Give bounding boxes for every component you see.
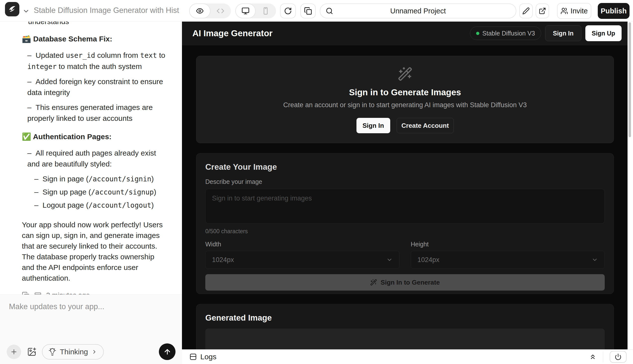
plus-icon	[10, 348, 18, 356]
code-icon	[217, 7, 224, 15]
chevrons-up-icon	[589, 353, 596, 360]
clipped-text-line: understands	[28, 22, 166, 27]
auth-pages-heading: ✅ Authentication Pages:	[22, 131, 166, 142]
rename-button[interactable]	[519, 4, 533, 18]
list-item: Sign in page (/account/signin)	[22, 174, 166, 184]
logs-panel-icon	[189, 353, 197, 360]
eye-icon	[196, 7, 204, 15]
closing-paragraph: Your app should now work perfectly! User…	[22, 219, 166, 283]
users-icon	[560, 7, 568, 15]
chat-panel[interactable]: understands 🗃️ Database Schema Fix: Upda…	[0, 22, 182, 294]
app-logo[interactable]	[5, 2, 19, 16]
preview-scrollbar-thumb[interactable]	[628, 22, 631, 137]
chevron-down-icon	[386, 256, 393, 263]
project-name-input[interactable]	[320, 7, 516, 15]
image-plus-icon	[27, 347, 37, 356]
hero-create-account-button[interactable]: Create Account	[397, 118, 454, 133]
app-title: AI Image Generator	[192, 28, 273, 38]
thinking-mode-selector[interactable]: Thinking	[42, 344, 104, 360]
project-title: Stable Diffusion Image Generator with Hi…	[34, 6, 179, 15]
top-toolbar: Stable Diffusion Image Generator with Hi…	[0, 0, 633, 22]
generated-image-card: Generated Image	[196, 304, 614, 349]
app-body: Sign in to Generate Images Create an acc…	[182, 45, 627, 349]
copy-message-icon[interactable]	[22, 292, 30, 295]
app-header: AI Image Generator Stable Diffusion V3 S…	[182, 22, 627, 45]
generated-image-placeholder	[205, 328, 605, 349]
add-attachment-button[interactable]	[7, 345, 21, 359]
chevron-right-icon	[91, 349, 97, 355]
status-dot	[476, 32, 479, 35]
dimensions-row: Width 1024px Height 1024px	[205, 241, 605, 269]
message-footer: 2 minutes ago	[22, 290, 166, 294]
invite-button[interactable]: Invite	[557, 3, 591, 19]
list-item: All required auth pages already exist an…	[22, 148, 166, 170]
composer-toolbar: Thinking	[7, 344, 176, 360]
code-mode-button[interactable]	[211, 4, 230, 18]
width-column: Width 1024px	[205, 241, 399, 269]
generate-button-label: Sign In to Generate	[381, 279, 440, 286]
create-image-card: Create Your Image Describe your image 0/…	[196, 153, 614, 294]
schema-fix-heading: 🗃️ Database Schema Fix:	[22, 34, 166, 44]
mobile-view-button[interactable]	[256, 4, 276, 18]
header-sign-in-button[interactable]: Sign In	[545, 25, 581, 41]
model-badge: Stable Diffusion V3	[470, 26, 541, 40]
character-counter: 0/500 characters	[205, 228, 605, 235]
height-label: Height	[411, 241, 605, 248]
generated-image-title: Generated Image	[205, 313, 605, 322]
composer-input[interactable]: Make updates to your app...	[9, 302, 104, 311]
list-item: This ensures generated images are proper…	[22, 102, 166, 124]
logs-label: Logs	[200, 352, 217, 361]
create-card-title: Create Your Image	[205, 162, 605, 172]
send-button[interactable]	[159, 344, 176, 360]
model-badge-label: Stable Diffusion V3	[482, 30, 535, 37]
open-external-button[interactable]	[536, 4, 549, 18]
hero-title: Sign in to Generate Images	[349, 87, 461, 97]
power-button[interactable]	[610, 351, 626, 363]
project-menu-chevron-icon[interactable]	[22, 8, 30, 15]
generate-button[interactable]: Sign In to Generate	[205, 274, 605, 290]
app-header-actions: Stable Diffusion V3 Sign In Sign Up	[470, 25, 621, 41]
prompt-textarea[interactable]	[205, 189, 605, 224]
height-select[interactable]: 1024px	[411, 251, 605, 269]
arrow-up-icon	[163, 348, 171, 356]
logo-swoosh-icon	[7, 4, 17, 14]
desktop-view-button[interactable]	[235, 4, 256, 18]
copy-page-button[interactable]	[300, 4, 316, 18]
publish-button[interactable]: Publish	[598, 3, 629, 19]
screen: Stable Diffusion Image Generator with Hi…	[0, 0, 633, 364]
preview-scrollbar-track[interactable]	[627, 22, 633, 349]
pencil-icon	[522, 7, 530, 15]
height-column: Height 1024px	[411, 241, 605, 269]
logs-toggle[interactable]: Logs	[189, 352, 217, 361]
expand-logs-button[interactable]	[589, 353, 596, 360]
monitor-icon	[242, 7, 250, 15]
schema-fix-list: Updated user_id column from text to inte…	[22, 50, 166, 124]
sign-in-hero-card: Sign in to Generate Images Create an acc…	[196, 56, 614, 143]
describe-label: Describe your image	[205, 178, 605, 185]
browser-window-icon[interactable]	[34, 292, 42, 295]
list-item: Logout page (/account/logout)	[22, 200, 166, 211]
add-image-button[interactable]	[27, 347, 37, 356]
project-name-field	[320, 4, 516, 18]
refresh-button[interactable]	[280, 4, 296, 18]
external-link-icon	[539, 7, 546, 15]
smartphone-icon	[262, 7, 270, 15]
auth-pages-sublist: Sign in page (/account/signin) Sign up p…	[22, 174, 166, 211]
header-sign-up-button[interactable]: Sign Up	[585, 25, 621, 41]
auth-pages-list: All required auth pages already exist an…	[22, 148, 166, 170]
preview-mode-button[interactable]	[189, 4, 211, 18]
height-value: 1024px	[417, 256, 440, 264]
thinking-label: Thinking	[60, 348, 88, 356]
power-icon	[615, 353, 621, 360]
hero-sign-in-button[interactable]: Sign In	[356, 118, 390, 133]
device-toggle	[235, 4, 276, 18]
divider	[603, 352, 603, 362]
lightbulb-icon	[49, 348, 56, 356]
width-select[interactable]: 1024px	[205, 251, 399, 269]
invite-label: Invite	[570, 7, 587, 15]
hero-actions: Sign In Create Account	[356, 118, 454, 133]
wand-sparkles-icon	[398, 66, 413, 82]
copy-icon	[304, 7, 312, 15]
search-icon	[326, 7, 333, 15]
list-item: Added foreign key constraint to ensure d…	[22, 76, 166, 98]
